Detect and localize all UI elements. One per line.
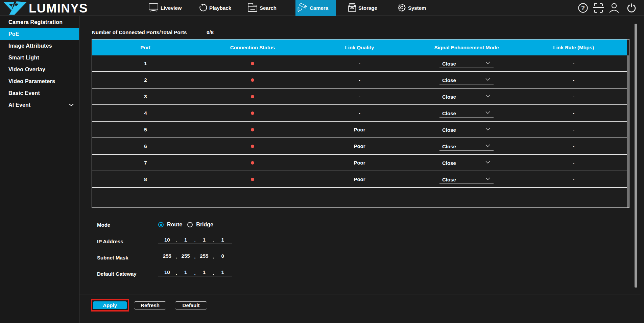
svg-text:?: ? [581,5,585,11]
